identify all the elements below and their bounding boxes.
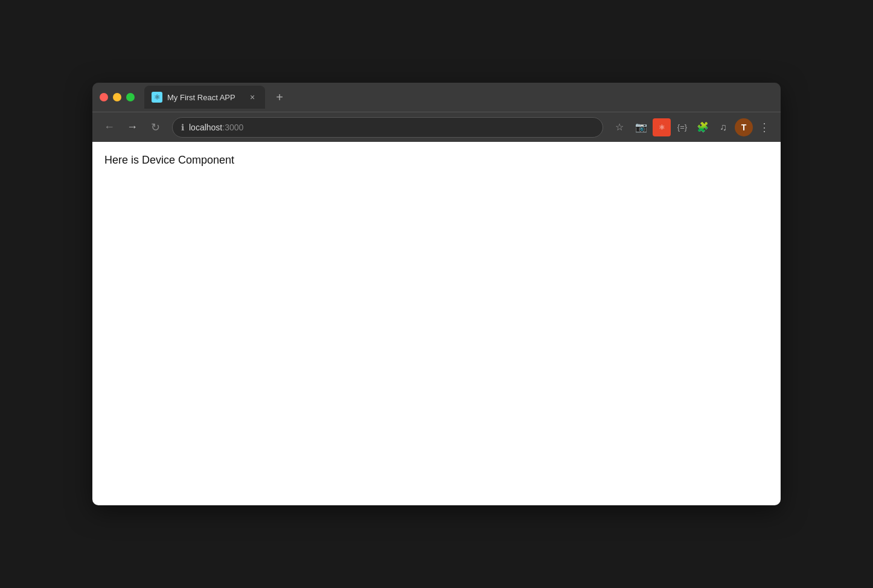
close-button[interactable] xyxy=(100,93,108,101)
browser-tab[interactable]: ⚛ My First React APP × xyxy=(144,86,265,109)
browser-window: ⚛ My First React APP × + ← → ↻ ℹ localho… xyxy=(92,83,781,505)
traffic-lights xyxy=(100,93,135,101)
info-icon: ℹ xyxy=(181,123,184,132)
url-display: localhost:3000 xyxy=(189,123,594,132)
back-button[interactable]: ← xyxy=(100,118,119,137)
bookmark-button[interactable]: ☆ xyxy=(610,118,628,136)
forward-button[interactable]: → xyxy=(123,118,142,137)
page-body: Here is Device Component xyxy=(92,142,781,179)
redux-devtools-button[interactable]: {=} xyxy=(673,118,691,136)
reload-button[interactable]: ↻ xyxy=(146,118,165,137)
extensions-button[interactable]: 🧩 xyxy=(694,118,712,136)
react-devtools-button[interactable]: ⚛ xyxy=(653,118,671,136)
title-bar: ⚛ My First React APP × + xyxy=(92,83,781,112)
menu-button[interactable]: ⋮ xyxy=(755,118,773,136)
playlist-button[interactable]: ♫ xyxy=(714,118,732,136)
new-tab-button[interactable]: + xyxy=(270,88,289,107)
tab-close-button[interactable]: × xyxy=(247,92,258,103)
minimize-button[interactable] xyxy=(113,93,121,101)
screenshot-button[interactable]: 📷 xyxy=(632,118,650,136)
maximize-button[interactable] xyxy=(126,93,135,101)
toolbar-icons: 📷 ⚛ {=} 🧩 ♫ T ⋮ xyxy=(632,118,773,136)
nav-bar: ← → ↻ ℹ localhost:3000 ☆ 📷 ⚛ {=} 🧩 ♫ xyxy=(92,112,781,142)
tab-favicon: ⚛ xyxy=(152,92,162,103)
tab-title: My First React APP xyxy=(167,93,242,102)
user-avatar[interactable]: T xyxy=(735,118,753,136)
page-content: Here is Device Component xyxy=(92,142,781,505)
device-component-text: Here is Device Component xyxy=(104,154,769,167)
address-bar[interactable]: ℹ localhost:3000 xyxy=(172,117,603,138)
